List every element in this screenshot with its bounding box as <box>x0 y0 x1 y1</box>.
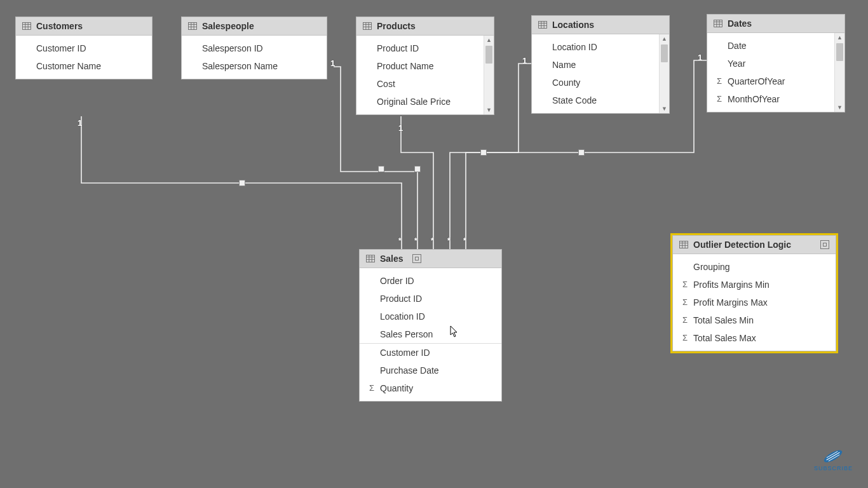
field-row[interactable]: Order ID <box>360 272 501 290</box>
storage-mode-icon <box>820 240 829 249</box>
field-row[interactable]: ΣQuantity <box>360 379 501 397</box>
field-row[interactable]: Purchase Date <box>360 362 501 379</box>
table-header[interactable]: Dates <box>707 15 844 33</box>
field-row[interactable]: Original Sale Price <box>356 93 494 111</box>
table-title: Salespeople <box>202 21 254 31</box>
cardinality-one: 1 <box>698 53 702 62</box>
field-row[interactable]: Product ID <box>360 290 501 308</box>
cardinality-one: 1 <box>522 56 527 65</box>
watermark: SUBSCRIBE <box>814 449 853 471</box>
field-row[interactable]: Salesperson ID <box>182 39 327 57</box>
sigma-icon: Σ <box>714 92 725 106</box>
scrollbar[interactable]: ▲ ▼ <box>659 34 669 113</box>
table-icon <box>22 22 31 30</box>
scroll-up-icon[interactable]: ▲ <box>484 36 494 44</box>
scroll-down-icon[interactable]: ▼ <box>484 105 494 114</box>
table-title: Products <box>377 21 416 31</box>
cardinality-one: 1 <box>398 123 403 133</box>
table-outlier-detection-logic[interactable]: Outlier Detection Logic Grouping ΣProfit… <box>672 235 836 351</box>
field-row[interactable]: ΣProfit Margins Max <box>673 294 836 311</box>
table-header[interactable]: Locations <box>532 16 669 34</box>
field-row[interactable]: Date <box>707 37 844 55</box>
table-salespeople[interactable]: Salespeople Salesperson ID Salesperson N… <box>181 17 327 79</box>
cardinality-one: 1 <box>78 118 82 128</box>
storage-mode-icon <box>412 254 421 263</box>
table-icon <box>188 22 197 30</box>
table-header[interactable]: Customers <box>16 17 152 36</box>
cardinality-many: * <box>447 236 451 245</box>
cardinality-one: 1 <box>330 58 335 68</box>
cardinality-many: * <box>463 236 466 245</box>
scroll-thumb[interactable] <box>661 44 668 62</box>
field-row[interactable]: Location ID <box>532 38 669 56</box>
sigma-icon: Σ <box>366 381 377 395</box>
table-sales[interactable]: Sales Order ID Product ID Location ID Sa… <box>359 249 502 402</box>
table-title: Locations <box>552 20 594 30</box>
scroll-thumb[interactable] <box>485 46 492 64</box>
table-title: Outlier Detection Logic <box>693 240 791 250</box>
field-row[interactable]: Customer ID <box>16 39 152 57</box>
field-row[interactable]: Sales Person <box>360 325 501 343</box>
table-header[interactable]: Sales <box>360 250 501 268</box>
scroll-thumb[interactable] <box>836 43 843 61</box>
field-row[interactable]: Product ID <box>356 39 494 57</box>
scroll-up-icon[interactable]: ▲ <box>660 34 669 43</box>
scroll-up-icon[interactable]: ▲ <box>835 33 844 42</box>
sigma-icon: Σ <box>679 278 691 292</box>
cardinality-many: * <box>398 236 402 245</box>
scrollbar[interactable]: ▲ ▼ <box>484 36 494 114</box>
field-row[interactable]: ΣQuarterOfYear <box>707 72 844 90</box>
field-row[interactable]: ΣTotal Sales Min <box>673 311 836 329</box>
table-icon <box>714 20 722 27</box>
table-header[interactable]: Salespeople <box>182 17 327 36</box>
table-icon <box>363 22 372 30</box>
field-row[interactable]: Name <box>532 56 669 74</box>
scrollbar[interactable]: ▲ ▼ <box>834 33 844 112</box>
field-row[interactable]: Year <box>707 55 844 72</box>
sigma-icon: Σ <box>679 313 691 327</box>
table-products[interactable]: Products Product ID Product Name Cost Or… <box>356 17 494 115</box>
field-row[interactable]: County <box>532 74 669 92</box>
table-icon <box>538 21 547 29</box>
sigma-icon: Σ <box>714 74 725 88</box>
field-row[interactable]: Product Name <box>356 57 494 75</box>
table-dates[interactable]: Dates Date Year ΣQuarterOfYear ΣMonthOfY… <box>707 14 845 112</box>
cardinality-many: * <box>414 236 417 245</box>
table-title: Customers <box>36 21 83 31</box>
field-row[interactable]: Cost <box>356 75 494 93</box>
cardinality-many: * <box>431 236 434 245</box>
table-icon <box>679 241 688 248</box>
table-header[interactable]: Products <box>356 17 494 36</box>
field-row[interactable]: ΣProfits Margins Min <box>673 276 836 294</box>
field-row[interactable]: ΣMonthOfYear <box>707 90 844 108</box>
table-icon <box>366 255 375 262</box>
sigma-icon: Σ <box>679 331 691 345</box>
watermark-text: SUBSCRIBE <box>814 465 853 471</box>
field-row[interactable]: Grouping <box>673 258 836 276</box>
table-title: Dates <box>728 18 752 29</box>
table-customers[interactable]: Customers Customer ID Customer Name <box>15 17 153 79</box>
sigma-icon: Σ <box>679 295 691 309</box>
field-row[interactable]: ΣTotal Sales Max <box>673 329 836 347</box>
field-row[interactable]: Location ID <box>360 308 501 325</box>
table-locations[interactable]: Locations Location ID Name County State … <box>531 15 670 114</box>
field-row[interactable]: Customer ID <box>360 343 501 362</box>
field-row[interactable]: State Code <box>532 92 669 109</box>
field-row[interactable]: Salesperson Name <box>182 57 327 75</box>
table-title: Sales <box>380 254 403 264</box>
scroll-down-icon[interactable]: ▼ <box>660 104 669 113</box>
table-header[interactable]: Outlier Detection Logic <box>673 236 836 254</box>
field-row[interactable]: Customer Name <box>16 57 152 75</box>
scroll-down-icon[interactable]: ▼ <box>835 103 844 112</box>
